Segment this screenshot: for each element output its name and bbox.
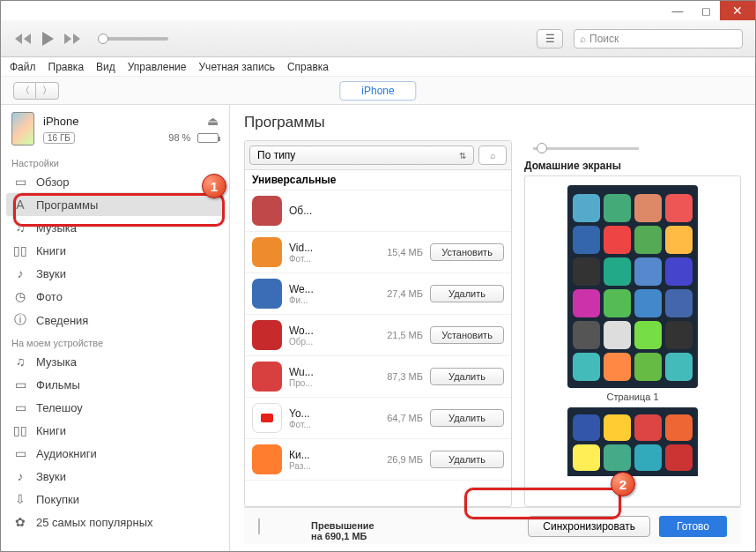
sidebar-item[interactable]: ♫Музыка — [1, 350, 229, 373]
sidebar-item[interactable]: ♫Музыка — [1, 216, 229, 239]
done-button[interactable]: Готово — [659, 516, 727, 537]
sidebar-item-label: Музыка — [36, 221, 77, 235]
next-track-button[interactable] — [63, 32, 82, 46]
list-view-button[interactable]: ☰ — [537, 29, 563, 48]
menu-item[interactable]: Учетная запись — [199, 61, 275, 73]
home-app-icon[interactable] — [665, 444, 693, 471]
home-app-icon[interactable] — [634, 321, 662, 349]
apps-search-input[interactable]: ⌕ — [478, 145, 507, 165]
chevron-updown-icon: ⇅ — [459, 151, 466, 160]
home-app-icon[interactable] — [573, 321, 600, 349]
sidebar-item[interactable]: ♪Звуки — [1, 465, 229, 488]
app-action-button[interactable]: Установить — [430, 243, 504, 261]
window-maximize[interactable]: ◻ — [692, 1, 720, 20]
battery-percent: 98 % — [168, 132, 190, 143]
device-tab-iphone[interactable]: iPhone — [339, 81, 416, 101]
sidebar-item-icon: ▭ — [13, 446, 27, 460]
home-app-icon[interactable] — [604, 257, 631, 286]
home-app-icon[interactable] — [634, 289, 662, 317]
app-name: Ки... — [289, 449, 374, 461]
annotation-callout-1-badge: 1 — [202, 174, 226, 198]
sidebar-item-icon: ▭ — [13, 377, 27, 392]
app-action-button[interactable]: Удалить — [430, 368, 504, 385]
menu-item[interactable]: Файл — [10, 61, 36, 73]
home-app-icon[interactable] — [604, 353, 631, 381]
eject-button[interactable]: ⏏ — [207, 114, 219, 128]
sort-select[interactable]: По типу ⇅ — [249, 145, 474, 165]
home-screen-page1[interactable] — [567, 407, 698, 476]
home-app-icon[interactable] — [634, 226, 662, 254]
home-app-icon[interactable] — [604, 444, 631, 471]
home-app-icon[interactable] — [604, 414, 631, 441]
home-app-icon[interactable] — [665, 353, 693, 381]
home-app-icon[interactable] — [573, 353, 600, 381]
app-icon — [252, 237, 282, 267]
app-action-button[interactable]: Удалить — [430, 409, 504, 427]
sidebar-item[interactable]: ▯▯Книги — [1, 239, 229, 262]
app-meta: Фот... — [289, 254, 374, 264]
sidebar: iPhone ⏏ 16 ГБ 98 % Настройки ▭ОбзорAПро… — [1, 105, 230, 552]
home-app-icon[interactable] — [604, 226, 631, 254]
home-app-icon[interactable] — [665, 414, 693, 441]
home-app-icon[interactable] — [604, 321, 631, 349]
sidebar-item[interactable]: ♪Звуки — [1, 262, 229, 285]
home-app-icon[interactable] — [573, 194, 600, 222]
home-app-icon[interactable] — [665, 321, 693, 349]
home-app-icon[interactable] — [634, 444, 662, 471]
home-app-icon[interactable] — [634, 257, 662, 286]
home-app-icon[interactable] — [634, 414, 662, 441]
home-screens-label: Домашние экраны — [524, 156, 741, 175]
home-app-icon[interactable] — [634, 353, 662, 381]
sidebar-item[interactable]: ⓘСведения — [1, 308, 229, 332]
sidebar-item[interactable]: ⇩Покупки — [1, 488, 229, 511]
home-app-icon[interactable] — [665, 194, 693, 222]
home-app-icon[interactable] — [665, 257, 693, 286]
home-app-icon[interactable] — [634, 194, 662, 222]
app-action-button[interactable]: Удалить — [430, 285, 504, 302]
sidebar-item[interactable]: ▭Аудиокниги — [1, 442, 229, 465]
sidebar-item[interactable]: ▭Телешоу — [1, 396, 229, 419]
menu-item[interactable]: Правка — [48, 61, 85, 73]
zoom-slider[interactable] — [524, 140, 741, 156]
home-app-icon[interactable] — [573, 226, 600, 254]
home-app-icon[interactable] — [573, 289, 600, 317]
app-name: Yo... — [289, 407, 374, 420]
sidebar-item[interactable]: ◷Фото — [1, 285, 229, 308]
window-close[interactable]: ✕ — [720, 1, 755, 20]
sidebar-item-label: Фото — [36, 290, 63, 303]
window-minimize[interactable]: — — [663, 1, 692, 20]
home-app-icon[interactable] — [604, 289, 631, 317]
home-app-icon[interactable] — [573, 444, 600, 471]
menu-item[interactable]: Управление — [128, 61, 187, 73]
sidebar-item-label: Фильмы — [36, 378, 80, 392]
prev-track-button[interactable] — [13, 32, 33, 46]
home-app-icon[interactable] — [573, 414, 600, 441]
home-app-icon[interactable] — [665, 226, 693, 254]
device-thumbnail-icon — [11, 112, 34, 145]
page-1-label: Страница 1 — [606, 392, 658, 402]
sidebar-item-icon: ▭ — [13, 175, 27, 189]
search-input[interactable]: ⌕ Поиск — [574, 29, 743, 48]
apps-list[interactable]: Об...Vid...Фот...15,4 МБУстановитьWe...Ф… — [245, 190, 511, 506]
app-action-button[interactable]: Удалить — [430, 451, 504, 468]
sidebar-item[interactable]: ▯▯Книги — [1, 419, 229, 442]
app-action-button[interactable]: Установить — [430, 326, 504, 344]
nav-back-button[interactable]: 〈 — [13, 82, 36, 100]
home-screen-main[interactable] — [567, 185, 698, 388]
sidebar-item[interactable]: ✿25 самых популярных — [1, 511, 229, 533]
menu-item[interactable]: Вид — [96, 61, 115, 73]
home-app-icon[interactable] — [604, 194, 631, 222]
sync-button[interactable]: Синхронизировать — [528, 516, 650, 537]
sidebar-item[interactable]: ▭Обзор — [1, 170, 229, 193]
app-meta: Фи... — [289, 295, 374, 305]
apps-list-header: Универсальные — [245, 170, 511, 190]
menu-item[interactable]: Справка — [287, 61, 329, 73]
volume-slider[interactable] — [98, 37, 168, 41]
sidebar-item[interactable]: ▭Фильмы — [1, 373, 229, 396]
play-button[interactable] — [40, 30, 56, 48]
home-app-icon[interactable] — [573, 257, 600, 286]
app-meta: Про... — [289, 378, 374, 388]
nav-forward-button[interactable]: 〉 — [36, 82, 59, 100]
sidebar-item[interactable]: AПрограммы — [6, 193, 224, 216]
home-app-icon[interactable] — [665, 289, 693, 317]
